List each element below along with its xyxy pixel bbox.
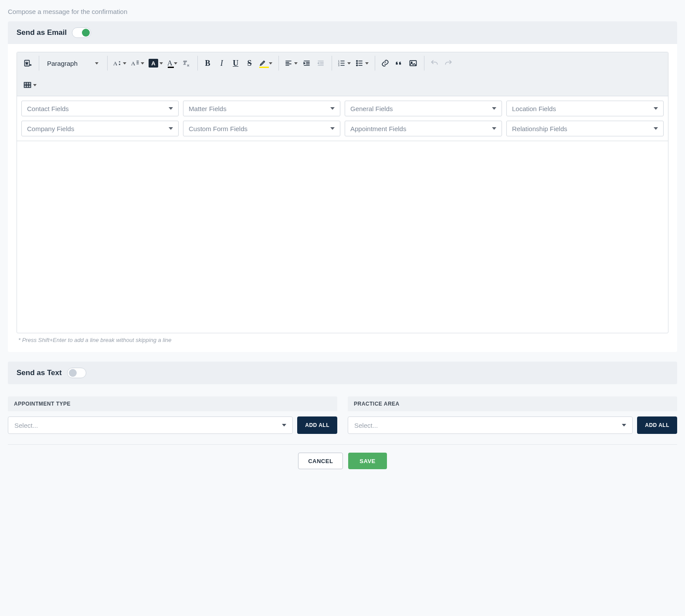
page-subtitle: Compose a message for the confirmation — [8, 8, 677, 15]
dropdown-label: Custom Form Fields — [189, 125, 248, 132]
chevron-down-icon — [33, 84, 37, 86]
paragraph-style-select[interactable]: Paragraph — [43, 57, 103, 70]
dropdown-label: Contact Fields — [27, 105, 69, 112]
company-fields-dropdown[interactable]: Company Fields — [21, 121, 179, 136]
contact-fields-dropdown[interactable]: Contact Fields — [21, 101, 179, 116]
chevron-down-icon — [330, 127, 335, 130]
chevron-down-icon — [141, 62, 144, 64]
indent-decrease-button[interactable] — [314, 57, 327, 70]
matter-fields-dropdown[interactable]: Matter Fields — [183, 101, 340, 116]
bold-button[interactable]: B — [201, 57, 214, 70]
strikethrough-button[interactable]: S — [243, 57, 256, 70]
font-size-button[interactable]: A — [111, 57, 128, 70]
unordered-list-button[interactable] — [353, 57, 370, 70]
chevron-down-icon — [654, 127, 658, 130]
dropdown-label: Matter Fields — [189, 105, 227, 112]
svg-text:T: T — [183, 60, 187, 66]
italic-button[interactable]: I — [215, 57, 228, 70]
appointment-type-select[interactable]: Select... — [8, 416, 293, 434]
general-fields-dropdown[interactable]: General Fields — [345, 101, 502, 116]
appointment-type-header: APPOINTMENT TYPE — [8, 396, 337, 411]
relationship-fields-dropdown[interactable]: Relationship Fields — [506, 121, 664, 136]
message-editor[interactable] — [17, 141, 668, 333]
insert-image-button[interactable] — [407, 57, 420, 70]
clear-formatting-button[interactable]: T — [180, 57, 193, 70]
editor-wrap: Paragraph A — [8, 44, 677, 352]
select-placeholder: Select... — [354, 422, 378, 429]
chevron-down-icon — [492, 127, 496, 130]
practice-area-add-all-button[interactable]: ADD ALL — [637, 416, 677, 434]
quote-icon — [395, 59, 404, 68]
indent-increase-button[interactable] — [300, 57, 313, 70]
highlight-button[interactable] — [257, 57, 274, 70]
send-as-email-card: Send as Email — [8, 21, 677, 352]
text-color-button[interactable]: A — [166, 57, 179, 70]
send-as-email-header: Send as Email — [8, 21, 677, 44]
import-word-button[interactable] — [21, 57, 34, 70]
lower-grid: APPOINTMENT TYPE Select... ADD ALL PRACT… — [8, 396, 677, 434]
strikethrough-icon: S — [248, 59, 252, 68]
text-color-icon — [168, 67, 174, 68]
dropdown-label: Appointment Fields — [350, 125, 406, 132]
location-fields-dropdown[interactable]: Location Fields — [506, 101, 664, 116]
ordered-list-button[interactable]: 1 2 3 — [336, 57, 353, 70]
insert-table-button[interactable] — [21, 78, 38, 91]
align-button[interactable] — [282, 57, 299, 70]
chevron-down-icon — [123, 62, 126, 64]
toggle-knob — [69, 369, 77, 377]
align-left-icon — [284, 59, 293, 68]
dropdown-label: General Fields — [350, 105, 393, 112]
divider — [8, 444, 677, 445]
chevron-down-icon — [492, 107, 496, 110]
send-as-email-toggle[interactable] — [72, 27, 91, 38]
cancel-button[interactable]: CANCEL — [298, 453, 343, 469]
footer-actions: CANCEL SAVE — [8, 453, 677, 474]
insert-link-button[interactable] — [379, 57, 392, 70]
dropdown-label: Relationship Fields — [512, 125, 567, 132]
background-color-button[interactable]: A — [147, 57, 165, 70]
send-as-email-title: Send as Email — [17, 28, 67, 37]
italic-icon: I — [220, 59, 223, 68]
appointment-type-add-all-button[interactable]: ADD ALL — [297, 416, 337, 434]
word-import-icon — [24, 59, 32, 68]
svg-text:3: 3 — [338, 64, 339, 67]
chevron-down-icon — [330, 107, 335, 110]
send-as-text-header: Send as Text — [8, 362, 677, 384]
unordered-list-icon — [355, 59, 364, 68]
chevron-down-icon — [622, 424, 626, 426]
chevron-down-icon — [282, 424, 286, 426]
svg-rect-12 — [24, 82, 31, 88]
select-placeholder: Select... — [14, 422, 38, 429]
undo-button[interactable] — [428, 57, 441, 70]
editor-toolbar: Paragraph A — [17, 52, 668, 96]
redo-button[interactable] — [442, 57, 455, 70]
underline-button[interactable]: U — [229, 57, 242, 70]
save-button[interactable]: SAVE — [348, 453, 387, 469]
table-icon — [23, 81, 32, 89]
chevron-down-icon — [365, 62, 369, 64]
svg-text:A: A — [131, 60, 136, 67]
practice-area-select[interactable]: Select... — [348, 416, 633, 434]
bold-icon: B — [205, 59, 210, 68]
background-color-icon: A — [149, 59, 158, 68]
svg-text:A: A — [113, 60, 118, 67]
chevron-down-icon — [294, 62, 298, 64]
chevron-down-icon — [169, 127, 173, 130]
svg-point-9 — [356, 65, 358, 66]
chevron-down-icon — [159, 62, 163, 64]
line-height-button[interactable]: A — [129, 57, 146, 70]
blockquote-button[interactable] — [393, 57, 406, 70]
svg-point-7 — [356, 61, 358, 62]
send-as-text-toggle[interactable] — [67, 368, 86, 378]
link-icon — [381, 59, 390, 68]
custom-form-fields-dropdown[interactable]: Custom Form Fields — [183, 121, 340, 136]
appointment-type-column: APPOINTMENT TYPE Select... ADD ALL — [8, 396, 337, 434]
chevron-down-icon — [174, 62, 177, 64]
svg-point-8 — [356, 63, 358, 64]
clear-formatting-icon: T — [182, 59, 191, 68]
appointment-fields-dropdown[interactable]: Appointment Fields — [345, 121, 502, 136]
dropdown-label: Company Fields — [27, 125, 74, 132]
chevron-down-icon — [269, 62, 272, 64]
underline-icon: U — [233, 59, 238, 68]
merge-fields-grid: Contact Fields Matter Fields General Fie… — [17, 96, 668, 141]
